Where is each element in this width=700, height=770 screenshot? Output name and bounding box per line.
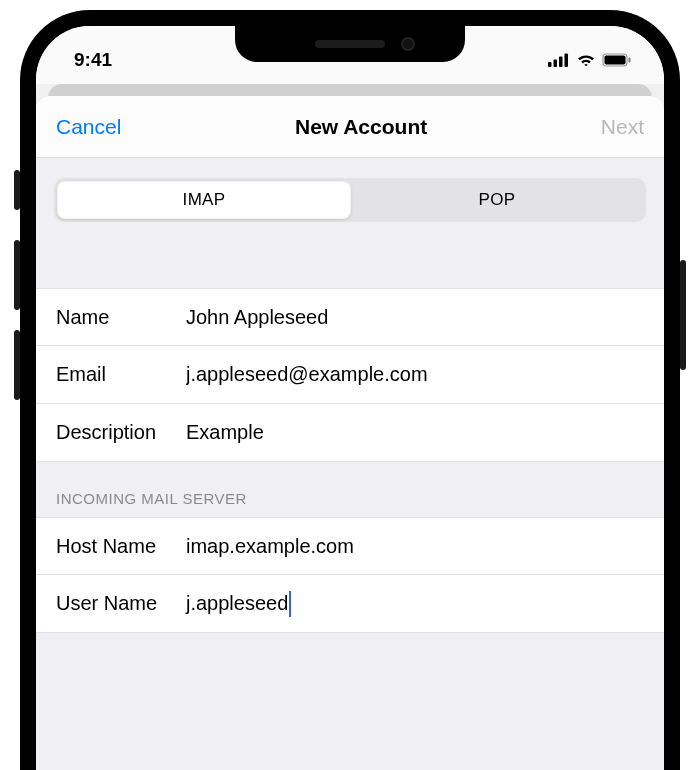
svg-rect-0 (548, 62, 552, 67)
svg-rect-2 (559, 57, 563, 68)
description-row[interactable]: Description (36, 404, 664, 462)
hostname-input[interactable] (186, 535, 644, 558)
account-info-group: Name Email Description (36, 288, 664, 462)
description-label: Description (56, 421, 186, 444)
svg-rect-6 (629, 58, 631, 63)
name-input[interactable] (186, 306, 644, 329)
notch (235, 26, 465, 62)
hostname-label: Host Name (56, 535, 186, 558)
nav-title: New Account (295, 115, 427, 139)
svg-rect-5 (605, 56, 626, 65)
volume-up-button (14, 240, 20, 310)
speaker-grille (315, 40, 385, 48)
email-input[interactable] (186, 363, 644, 386)
spacer (36, 242, 664, 288)
incoming-server-group: Host Name User Name j.appleseed (36, 517, 664, 633)
wifi-icon (576, 53, 596, 67)
segment-imap[interactable]: IMAP (57, 181, 351, 219)
volume-down-button (14, 330, 20, 400)
power-button (680, 260, 686, 370)
battery-icon (602, 53, 632, 67)
modal-sheet: Cancel New Account Next IMAP POP Name Em… (36, 96, 664, 770)
email-row[interactable]: Email (36, 346, 664, 404)
username-label: User Name (56, 592, 186, 615)
text-cursor (289, 591, 291, 617)
nav-bar: Cancel New Account Next (36, 96, 664, 158)
cellular-signal-icon (548, 53, 570, 67)
side-button (14, 170, 20, 210)
cancel-button[interactable]: Cancel (56, 115, 121, 139)
username-input-wrap[interactable]: j.appleseed (186, 591, 644, 617)
protocol-segment-wrap: IMAP POP (36, 158, 664, 242)
protocol-segmented-control[interactable]: IMAP POP (54, 178, 646, 222)
status-time: 9:41 (74, 49, 112, 71)
username-value: j.appleseed (186, 592, 288, 615)
next-button[interactable]: Next (601, 115, 644, 139)
hostname-row[interactable]: Host Name (36, 517, 664, 575)
description-input[interactable] (186, 421, 644, 444)
svg-rect-3 (565, 54, 569, 68)
name-label: Name (56, 306, 186, 329)
username-row[interactable]: User Name j.appleseed (36, 575, 664, 633)
name-row[interactable]: Name (36, 288, 664, 346)
email-label: Email (56, 363, 186, 386)
phone-frame: 9:41 Cancel New Account Next (20, 10, 680, 770)
status-right (548, 53, 632, 67)
screen: 9:41 Cancel New Account Next (36, 26, 664, 770)
incoming-server-header: Incoming Mail Server (36, 462, 664, 517)
svg-rect-1 (554, 60, 558, 68)
segment-pop[interactable]: POP (351, 181, 643, 219)
front-camera (401, 37, 415, 51)
